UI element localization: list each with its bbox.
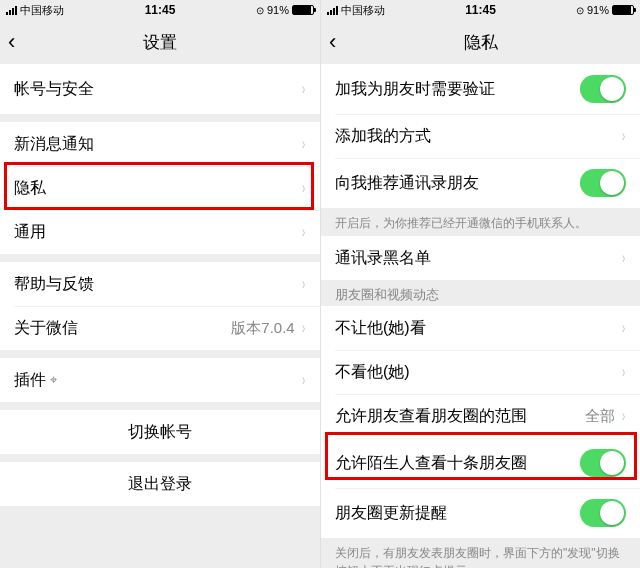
switch-moments-update[interactable] bbox=[580, 499, 626, 527]
alarm-icon: ⊙ bbox=[256, 5, 264, 16]
settings-list: 帐号与安全 › 新消息通知 › 隐私 › 通用 › bbox=[0, 64, 320, 568]
back-button[interactable]: ‹ bbox=[8, 20, 15, 64]
privacy-screen: 中国移动 11:45 ⊙ 91% ‹ 隐私 加我为朋友时需要验证 添加我的方式 bbox=[320, 0, 640, 568]
compass-icon: ⌖ bbox=[50, 372, 57, 388]
chevron-right-icon: › bbox=[302, 223, 305, 241]
chevron-right-icon: › bbox=[622, 363, 625, 381]
privacy-list: 加我为朋友时需要验证 添加我的方式 › 向我推荐通讯录朋友 开启后，为你推荐已经… bbox=[321, 64, 640, 568]
chevron-right-icon: › bbox=[302, 319, 305, 337]
chevron-right-icon: › bbox=[622, 249, 625, 267]
nav-bar: ‹ 设置 bbox=[0, 20, 320, 64]
chevron-right-icon: › bbox=[302, 135, 305, 153]
row-moments-update[interactable]: 朋友圈更新提醒 bbox=[321, 488, 640, 538]
signal-icon bbox=[6, 6, 17, 15]
recommend-note: 开启后，为你推荐已经开通微信的手机联系人。 bbox=[321, 208, 640, 232]
switch-friend-verify[interactable] bbox=[580, 75, 626, 103]
row-add-me-ways[interactable]: 添加我的方式 › bbox=[321, 114, 640, 158]
back-button[interactable]: ‹ bbox=[329, 20, 336, 64]
row-dont-let-see[interactable]: 不让他(她)看 › bbox=[321, 306, 640, 350]
battery-pct: 91% bbox=[587, 4, 609, 16]
section-moments: 朋友圈和视频动态 bbox=[321, 280, 640, 306]
nav-title: 隐私 bbox=[464, 31, 498, 54]
chevron-right-icon: › bbox=[622, 407, 625, 425]
row-friend-verify[interactable]: 加我为朋友时需要验证 bbox=[321, 64, 640, 114]
row-privacy[interactable]: 隐私 › bbox=[0, 166, 320, 210]
battery-icon bbox=[612, 5, 634, 15]
carrier-label: 中国移动 bbox=[341, 3, 385, 18]
chevron-right-icon: › bbox=[622, 319, 625, 337]
row-help-feedback[interactable]: 帮助与反馈 › bbox=[0, 262, 320, 306]
switch-recommend-contacts[interactable] bbox=[580, 169, 626, 197]
battery-icon bbox=[292, 5, 314, 15]
status-bar: 中国移动 11:45 ⊙ 91% bbox=[321, 0, 640, 20]
row-account-security[interactable]: 帐号与安全 › bbox=[0, 64, 320, 114]
row-plugin[interactable]: 插件⌖ › bbox=[0, 358, 320, 402]
row-stranger-ten[interactable]: 允许陌生人查看十条朋友圈 bbox=[321, 438, 640, 488]
chevron-right-icon: › bbox=[302, 80, 305, 98]
visible-range-value: 全部 bbox=[585, 407, 615, 426]
moments-update-note: 关闭后，有朋友发表朋友圈时，界面下方的"发现"切换按钮上不再出现红点提示。 bbox=[321, 538, 640, 568]
nav-title: 设置 bbox=[143, 31, 177, 54]
row-about-wechat[interactable]: 关于微信 版本7.0.4 › bbox=[0, 306, 320, 350]
signal-icon bbox=[327, 6, 338, 15]
chevron-right-icon: › bbox=[302, 371, 305, 389]
row-general[interactable]: 通用 › bbox=[0, 210, 320, 254]
alarm-icon: ⊙ bbox=[576, 5, 584, 16]
row-switch-account[interactable]: 切换帐号 bbox=[0, 410, 320, 454]
row-visible-range[interactable]: 允许朋友查看朋友圈的范围 全部 › bbox=[321, 394, 640, 438]
nav-bar: ‹ 隐私 bbox=[321, 20, 640, 64]
row-logout[interactable]: 退出登录 bbox=[0, 462, 320, 506]
settings-screen: 中国移动 11:45 ⊙ 91% ‹ 设置 帐号与安全 › 新消息通知 bbox=[0, 0, 320, 568]
switch-stranger-ten[interactable] bbox=[580, 449, 626, 477]
chevron-right-icon: › bbox=[622, 127, 625, 145]
status-bar: 中国移动 11:45 ⊙ 91% bbox=[0, 0, 320, 20]
chevron-right-icon: › bbox=[302, 179, 305, 197]
chevron-right-icon: › bbox=[302, 275, 305, 293]
carrier-label: 中国移动 bbox=[20, 3, 64, 18]
battery-pct: 91% bbox=[267, 4, 289, 16]
status-time: 11:45 bbox=[145, 3, 176, 17]
row-new-message-notify[interactable]: 新消息通知 › bbox=[0, 122, 320, 166]
status-time: 11:45 bbox=[465, 3, 496, 17]
row-recommend-contacts[interactable]: 向我推荐通讯录朋友 bbox=[321, 158, 640, 208]
about-version: 版本7.0.4 bbox=[231, 319, 294, 338]
row-dont-see[interactable]: 不看他(她) › bbox=[321, 350, 640, 394]
row-blacklist[interactable]: 通讯录黑名单 › bbox=[321, 236, 640, 280]
